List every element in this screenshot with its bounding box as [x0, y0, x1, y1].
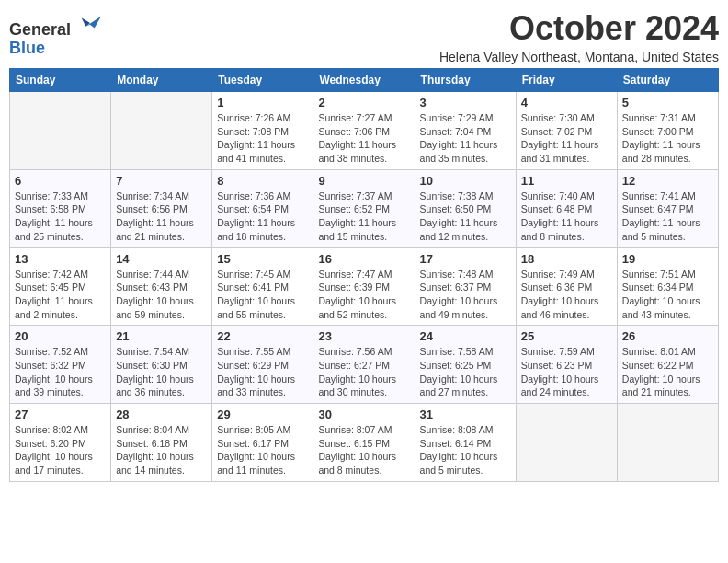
day-number: 16 [318, 252, 409, 266]
day-info: Sunrise: 7:51 AM Sunset: 6:34 PM Dayligh… [622, 268, 713, 322]
day-number: 19 [622, 252, 713, 266]
calendar-cell: 28Sunrise: 8:04 AM Sunset: 6:18 PM Dayli… [111, 404, 212, 482]
day-number: 8 [217, 174, 308, 188]
calendar-body: 1Sunrise: 7:26 AM Sunset: 7:08 PM Daylig… [10, 92, 719, 482]
calendar-cell: 20Sunrise: 7:52 AM Sunset: 6:32 PM Dayli… [10, 326, 111, 404]
day-info: Sunrise: 7:37 AM Sunset: 6:52 PM Dayligh… [318, 190, 409, 244]
calendar-cell: 19Sunrise: 7:51 AM Sunset: 6:34 PM Dayli… [617, 247, 718, 326]
day-number: 4 [521, 96, 612, 109]
calendar-header-row: SundayMondayTuesdayWednesdayThursdayFrid… [10, 69, 719, 92]
logo: General Blue [9, 9, 103, 58]
calendar-cell: 12Sunrise: 7:41 AM Sunset: 6:47 PM Dayli… [617, 169, 718, 247]
day-number: 25 [521, 329, 612, 343]
day-info: Sunrise: 7:34 AM Sunset: 6:56 PM Dayligh… [116, 190, 207, 244]
day-number: 11 [521, 174, 612, 188]
title-area: October 2024 Helena Valley Northeast, Mo… [439, 9, 719, 64]
day-info: Sunrise: 7:27 AM Sunset: 7:06 PM Dayligh… [318, 111, 409, 166]
day-info: Sunrise: 8:02 AM Sunset: 6:20 PM Dayligh… [15, 423, 106, 477]
logo-blue: Blue [9, 39, 45, 57]
calendar-cell: 7Sunrise: 7:34 AM Sunset: 6:56 PM Daylig… [111, 169, 212, 247]
day-info: Sunrise: 7:36 AM Sunset: 6:54 PM Dayligh… [217, 190, 308, 244]
day-number: 1 [217, 96, 308, 109]
calendar-cell: 3Sunrise: 7:29 AM Sunset: 7:04 PM Daylig… [415, 92, 516, 170]
day-number: 9 [318, 174, 409, 188]
calendar-table: SundayMondayTuesdayWednesdayThursdayFrid… [9, 68, 719, 482]
calendar-cell: 29Sunrise: 8:05 AM Sunset: 6:17 PM Dayli… [212, 404, 313, 482]
day-info: Sunrise: 8:04 AM Sunset: 6:18 PM Dayligh… [116, 423, 207, 477]
calendar-cell: 17Sunrise: 7:48 AM Sunset: 6:37 PM Dayli… [415, 247, 516, 326]
day-info: Sunrise: 7:54 AM Sunset: 6:30 PM Dayligh… [116, 345, 207, 399]
day-number: 31 [420, 408, 511, 421]
calendar-cell: 24Sunrise: 7:58 AM Sunset: 6:25 PM Dayli… [415, 326, 516, 404]
calendar-cell: 5Sunrise: 7:31 AM Sunset: 7:00 PM Daylig… [617, 92, 718, 170]
day-number: 17 [420, 252, 511, 266]
day-info: Sunrise: 8:08 AM Sunset: 6:14 PM Dayligh… [420, 423, 511, 477]
calendar-cell: 18Sunrise: 7:49 AM Sunset: 6:36 PM Dayli… [516, 247, 617, 326]
day-number: 2 [318, 96, 409, 109]
calendar-cell: 4Sunrise: 7:30 AM Sunset: 7:02 PM Daylig… [516, 92, 617, 170]
day-info: Sunrise: 7:29 AM Sunset: 7:04 PM Dayligh… [420, 111, 511, 166]
calendar-cell: 11Sunrise: 7:40 AM Sunset: 6:48 PM Dayli… [516, 169, 617, 247]
calendar-cell: 8Sunrise: 7:36 AM Sunset: 6:54 PM Daylig… [212, 169, 313, 247]
day-number: 14 [116, 252, 207, 266]
day-info: Sunrise: 7:58 AM Sunset: 6:25 PM Dayligh… [420, 345, 511, 399]
day-number: 20 [15, 329, 106, 343]
calendar-day-header: Tuesday [212, 69, 313, 92]
day-info: Sunrise: 7:42 AM Sunset: 6:45 PM Dayligh… [15, 268, 106, 322]
calendar-cell: 10Sunrise: 7:38 AM Sunset: 6:50 PM Dayli… [415, 169, 516, 247]
day-number: 21 [116, 329, 207, 343]
day-info: Sunrise: 7:40 AM Sunset: 6:48 PM Dayligh… [521, 190, 612, 244]
page-header: General Blue October 2024 Helena Valley … [9, 9, 719, 64]
calendar-cell [10, 92, 111, 170]
day-number: 28 [116, 408, 207, 421]
day-info: Sunrise: 7:52 AM Sunset: 6:32 PM Dayligh… [15, 345, 106, 399]
logo-bird-icon [77, 9, 103, 35]
day-number: 5 [622, 96, 713, 109]
day-number: 30 [318, 408, 409, 421]
calendar-day-header: Thursday [415, 69, 516, 92]
calendar-cell: 14Sunrise: 7:44 AM Sunset: 6:43 PM Dayli… [111, 247, 212, 326]
day-number: 23 [318, 329, 409, 343]
day-info: Sunrise: 7:26 AM Sunset: 7:08 PM Dayligh… [217, 111, 308, 166]
calendar-cell: 26Sunrise: 8:01 AM Sunset: 6:22 PM Dayli… [617, 326, 718, 404]
calendar-cell: 27Sunrise: 8:02 AM Sunset: 6:20 PM Dayli… [10, 404, 111, 482]
calendar-cell: 16Sunrise: 7:47 AM Sunset: 6:39 PM Dayli… [313, 247, 415, 326]
day-info: Sunrise: 7:38 AM Sunset: 6:50 PM Dayligh… [420, 190, 511, 244]
calendar-cell: 22Sunrise: 7:55 AM Sunset: 6:29 PM Dayli… [212, 326, 313, 404]
calendar-week-row: 1Sunrise: 7:26 AM Sunset: 7:08 PM Daylig… [10, 92, 719, 170]
month-title: October 2024 [439, 9, 719, 48]
day-info: Sunrise: 7:30 AM Sunset: 7:02 PM Dayligh… [521, 111, 612, 166]
calendar-cell: 1Sunrise: 7:26 AM Sunset: 7:08 PM Daylig… [212, 92, 313, 170]
day-info: Sunrise: 8:01 AM Sunset: 6:22 PM Dayligh… [622, 345, 713, 399]
day-info: Sunrise: 8:05 AM Sunset: 6:17 PM Dayligh… [217, 423, 308, 477]
calendar-day-header: Monday [111, 69, 212, 92]
day-number: 18 [521, 252, 612, 266]
day-info: Sunrise: 7:48 AM Sunset: 6:37 PM Dayligh… [420, 268, 511, 322]
day-number: 15 [217, 252, 308, 266]
day-number: 26 [622, 329, 713, 343]
day-number: 6 [15, 174, 106, 188]
day-info: Sunrise: 7:59 AM Sunset: 6:23 PM Dayligh… [521, 345, 612, 399]
calendar-cell: 13Sunrise: 7:42 AM Sunset: 6:45 PM Dayli… [10, 247, 111, 326]
day-info: Sunrise: 7:44 AM Sunset: 6:43 PM Dayligh… [116, 268, 207, 322]
calendar-week-row: 6Sunrise: 7:33 AM Sunset: 6:58 PM Daylig… [10, 169, 719, 247]
calendar-cell: 23Sunrise: 7:56 AM Sunset: 6:27 PM Dayli… [313, 326, 415, 404]
day-number: 24 [420, 329, 511, 343]
calendar-cell: 31Sunrise: 8:08 AM Sunset: 6:14 PM Dayli… [415, 404, 516, 482]
day-info: Sunrise: 8:07 AM Sunset: 6:15 PM Dayligh… [318, 423, 409, 477]
calendar-week-row: 20Sunrise: 7:52 AM Sunset: 6:32 PM Dayli… [10, 326, 719, 404]
calendar-cell: 9Sunrise: 7:37 AM Sunset: 6:52 PM Daylig… [313, 169, 415, 247]
day-info: Sunrise: 7:31 AM Sunset: 7:00 PM Dayligh… [622, 111, 713, 166]
calendar-cell [516, 404, 617, 482]
day-info: Sunrise: 7:49 AM Sunset: 6:36 PM Dayligh… [521, 268, 612, 322]
day-number: 22 [217, 329, 308, 343]
day-number: 10 [420, 174, 511, 188]
calendar-cell [617, 404, 718, 482]
calendar-week-row: 27Sunrise: 8:02 AM Sunset: 6:20 PM Dayli… [10, 404, 719, 482]
day-number: 13 [15, 252, 106, 266]
day-info: Sunrise: 7:56 AM Sunset: 6:27 PM Dayligh… [318, 345, 409, 399]
calendar-cell: 15Sunrise: 7:45 AM Sunset: 6:41 PM Dayli… [212, 247, 313, 326]
day-info: Sunrise: 7:41 AM Sunset: 6:47 PM Dayligh… [622, 190, 713, 244]
day-info: Sunrise: 7:55 AM Sunset: 6:29 PM Dayligh… [217, 345, 308, 399]
calendar-day-header: Friday [516, 69, 617, 92]
